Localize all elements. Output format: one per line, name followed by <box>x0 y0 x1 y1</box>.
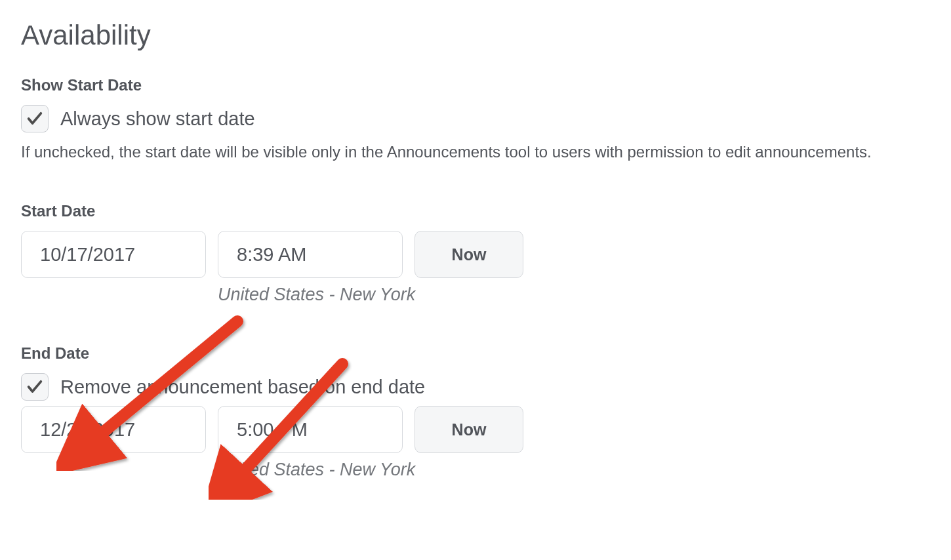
check-icon <box>26 378 44 396</box>
end-date-input[interactable] <box>21 406 206 453</box>
start-date-helper-text: If unchecked, the start date will be vis… <box>21 142 930 163</box>
start-time-input[interactable] <box>218 231 403 278</box>
start-date-row: Now <box>21 231 930 278</box>
start-date-now-button[interactable]: Now <box>415 231 523 278</box>
end-time-input[interactable] <box>218 406 403 453</box>
always-show-start-date-checkbox[interactable] <box>21 105 49 132</box>
remove-on-end-date-row: Remove announcement based on end date <box>21 373 930 401</box>
start-date-label: Start Date <box>21 202 930 220</box>
end-date-timezone: United States - New York <box>218 460 930 480</box>
end-date-label: End Date <box>21 344 930 363</box>
check-icon <box>26 110 44 128</box>
start-date-timezone: United States - New York <box>218 285 930 305</box>
remove-on-end-date-label: Remove announcement based on end date <box>60 376 425 398</box>
start-date-input[interactable] <box>21 231 206 278</box>
always-show-start-date-label: Always show start date <box>60 108 255 130</box>
page-title: Availability <box>21 20 930 51</box>
show-start-date-label: Show Start Date <box>21 76 930 94</box>
end-date-now-button[interactable]: Now <box>415 406 523 453</box>
end-date-row: Now <box>21 406 930 453</box>
always-show-start-date-row: Always show start date <box>21 105 930 132</box>
remove-on-end-date-checkbox[interactable] <box>21 373 49 401</box>
availability-panel: Availability Show Start Date Always show… <box>21 20 930 480</box>
